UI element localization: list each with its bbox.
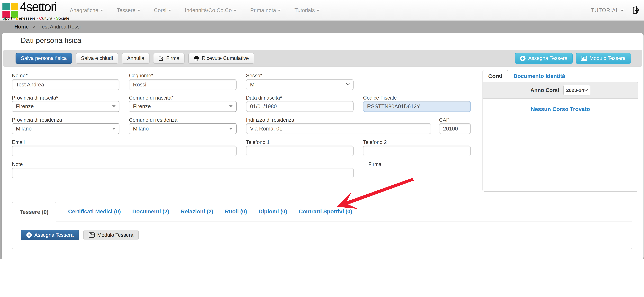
save-person-button[interactable]: Salva persona fisica (16, 53, 72, 64)
email-label: Email (12, 139, 25, 145)
toolbar-left-group: Salva persona fisica Salva e chiudi Annu… (16, 53, 254, 64)
menu-indennita[interactable]: Indennità/Co.Co.Co (185, 7, 237, 14)
tab-relazioni[interactable]: Relazioni (2) (175, 201, 219, 221)
codice-fiscale-input[interactable] (363, 101, 471, 112)
sesso-label: Sesso* (246, 73, 262, 79)
tessere-tab-content: Assegna Tessera Modulo Tessera (12, 222, 632, 249)
no-courses-message: Nessun Corso Trovato (483, 99, 638, 112)
anno-corsi-select[interactable]: 2023-24 (563, 85, 590, 95)
main-menu: Anagrafiche Tessere Corsi Indennità/Co.C… (70, 0, 320, 21)
cognome-label: Cognome* (129, 73, 153, 79)
provincia-residenza-select[interactable]: Milano (12, 123, 120, 134)
cap-input[interactable] (439, 123, 470, 134)
brand-logo[interactable]: 4settori Sport - Benessere - Cultura - S… (2, 1, 68, 21)
data-nascita-label: Data di nascita* (246, 95, 282, 101)
codice-fiscale-label: Codice Fiscale (363, 95, 397, 101)
card-module-button-top[interactable]: Modulo Tessera (576, 53, 631, 64)
caret-down-icon (233, 10, 236, 11)
anno-corsi-bar: Anno Corsi 2023-24 (483, 82, 638, 99)
sign-button[interactable]: Firma (153, 53, 184, 64)
tab-ruoli[interactable]: Ruoli (0) (219, 201, 253, 221)
action-toolbar: Salva persona fisica Salva e chiudi Annu… (3, 50, 642, 67)
comune-nascita-select[interactable]: Firenze (129, 101, 236, 112)
tab-certificati-medici[interactable]: Certificati Medici (0) (62, 201, 126, 221)
telefono1-label: Telefono 1 (246, 139, 270, 145)
menu-anagrafiche[interactable]: Anagrafiche (70, 7, 103, 14)
corsi-panel-body: Anno Corsi 2023-24 Nessun Corso Trovato (482, 82, 638, 192)
tutorial-dropdown[interactable]: TUTORIAL (591, 7, 624, 14)
telefono2-input[interactable] (363, 146, 471, 156)
note-label: Note (12, 161, 23, 167)
provincia-nascita-select[interactable]: Firenze (12, 101, 120, 112)
caret-down-icon (278, 10, 281, 11)
assign-card-button-top[interactable]: Assegna Tessera (515, 53, 573, 64)
tab-tessere[interactable]: Tessere (0) (12, 202, 56, 222)
breadcrumb-home-link[interactable]: Home (14, 24, 29, 30)
firma-label: Firma (368, 161, 382, 167)
app-window: 4settori Sport - Benessere - Cultura - S… (0, 0, 644, 297)
provincia-residenza-label: Provincia di residenza (12, 117, 62, 123)
top-navbar: 4settori Sport - Benessere - Cultura - S… (0, 0, 644, 21)
comune-residenza-select[interactable]: Milano (129, 123, 236, 134)
email-input[interactable] (12, 146, 236, 156)
detail-tabs: Tessere (0) Certificati Medici (0) Docum… (12, 202, 632, 222)
menu-tutorials[interactable]: Tutorials (294, 7, 320, 14)
cancel-button[interactable]: Annulla (122, 53, 150, 64)
save-and-close-button[interactable]: Salva e chiudi (76, 53, 118, 64)
corsi-panel: Corsi Documento Identità Anno Corsi 2023… (482, 69, 638, 192)
sesso-select[interactable]: M (246, 79, 354, 90)
cognome-input[interactable] (129, 79, 236, 90)
card-module-button-bottom[interactable]: Modulo Tessera (84, 230, 139, 240)
cumulative-receipts-button[interactable]: Ricevute Cumulative (188, 53, 254, 64)
caret-down-icon (168, 10, 171, 11)
printer-icon (194, 56, 199, 61)
card-form-icon (89, 232, 95, 238)
page-title: Dati persona fisica (20, 36, 82, 45)
pencil-square-icon (158, 56, 164, 61)
indirizzo-input[interactable] (246, 123, 431, 134)
triangle-down-icon (112, 105, 116, 107)
menu-corsi[interactable]: Corsi (154, 7, 171, 14)
tessere-actions: Assegna Tessera Modulo Tessera (21, 230, 632, 240)
card-form-icon (581, 56, 587, 61)
tab-contratti-sportivi[interactable]: Contratti Sportivi (0) (293, 201, 358, 221)
corsi-panel-tabs: Corsi Documento Identità (482, 69, 638, 82)
menu-prima-nota[interactable]: Prima nota (250, 7, 281, 14)
nome-input[interactable] (12, 79, 120, 90)
breadcrumb-separator: > (32, 24, 36, 30)
comune-residenza-label: Comune di residenza (129, 117, 177, 123)
comune-nascita-label: Comune di nascita* (129, 95, 174, 101)
tab-corsi[interactable]: Corsi (482, 70, 508, 82)
breadcrumb: Home > Test Andrea Rossi (14, 24, 81, 30)
brand-tagline: Sport - Benessere - Cultura - Sociale (2, 16, 69, 21)
data-nascita-input[interactable] (246, 101, 354, 112)
toolbar-right-group: Assegna Tessera Modulo Tessera (515, 53, 631, 64)
tab-documenti[interactable]: Documenti (2) (126, 201, 175, 221)
brand-square-yellow (11, 3, 18, 10)
indirizzo-label: Indirizzo di residenza (246, 117, 294, 123)
provincia-nascita-label: Provincia di nascita* (12, 95, 58, 101)
menu-tessere[interactable]: Tessere (117, 7, 140, 14)
navbar-right: TUTORIAL (591, 0, 640, 21)
tab-documento-identita[interactable]: Documento Identità (514, 73, 565, 82)
plus-circle-icon (520, 56, 526, 61)
triangle-down-icon (112, 128, 116, 130)
chevron-down-icon (346, 82, 350, 86)
triangle-down-icon (229, 128, 232, 130)
caret-down-icon (100, 10, 103, 11)
tab-diplomi[interactable]: Diplomi (0) (253, 201, 293, 221)
assign-card-button-bottom[interactable]: Assegna Tessera (21, 230, 79, 240)
cap-label: CAP (439, 117, 450, 123)
caret-down-icon (316, 10, 320, 11)
telefono1-input[interactable] (246, 146, 354, 156)
brand-name: 4settori (20, 0, 56, 14)
triangle-down-icon (229, 105, 232, 107)
page-background: Home > Test Andrea Rossi Dati persona fi… (0, 21, 644, 259)
logout-icon[interactable] (632, 7, 640, 14)
caret-down-icon (620, 10, 624, 11)
plus-circle-icon (26, 232, 32, 238)
nome-label: Nome* (12, 73, 28, 79)
note-input[interactable] (12, 168, 354, 178)
brand-square-teal (2, 3, 10, 10)
brand-squares-icon (2, 3, 18, 18)
